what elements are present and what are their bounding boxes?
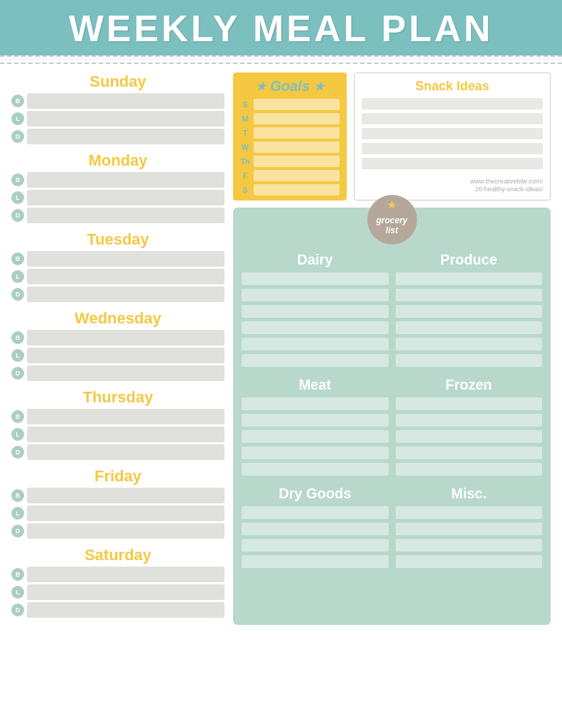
- snack-line: [362, 98, 543, 109]
- meal-rows-monday: BLD: [11, 172, 225, 223]
- meal-row: D: [11, 444, 225, 460]
- meal-rows-wednesday: BLD: [11, 330, 225, 381]
- goals-day-letter: S: [240, 186, 250, 194]
- grocery-dairy: Dairy: [242, 252, 389, 367]
- meal-input-line[interactable]: [27, 208, 225, 223]
- meal-rows-sunday: BLD: [11, 93, 225, 144]
- frozen-title: Frozen: [396, 377, 543, 393]
- meal-input-line[interactable]: [27, 488, 225, 503]
- day-section-thursday: ThursdayBLD: [11, 388, 225, 460]
- day-title-sunday: Sunday: [11, 73, 225, 91]
- goals-day-letter: T: [240, 129, 250, 137]
- day-section-tuesday: TuesdayBLD: [11, 230, 225, 302]
- meal-badge: D: [11, 604, 24, 616]
- meal-rows-saturday: BLD: [11, 567, 225, 618]
- snack-line: [362, 113, 543, 124]
- meal-row: D: [11, 523, 225, 539]
- meal-badge: B: [11, 95, 24, 107]
- meal-badge: L: [11, 191, 24, 204]
- meat-title: Meat: [242, 377, 389, 393]
- meal-badge: L: [11, 349, 24, 362]
- meal-row: L: [11, 269, 225, 284]
- goals-input-line[interactable]: [254, 99, 340, 110]
- goals-day-letter: F: [240, 171, 250, 180]
- snack-line: [362, 128, 543, 139]
- goals-row: M: [240, 113, 340, 124]
- meal-input-line[interactable]: [27, 444, 225, 460]
- goals-row: Th: [240, 156, 340, 167]
- days-column: SundayBLDMondayBLDTuesdayBLDWednesdayBLD…: [11, 73, 225, 625]
- meal-input-line[interactable]: [27, 523, 225, 539]
- meal-row: B: [11, 409, 225, 424]
- meal-row: D: [11, 208, 225, 223]
- star-icon-right: ★: [314, 80, 324, 93]
- grocery-misc: Misc.: [396, 486, 543, 568]
- snack-box: Snack Ideas www.thecreativebite.com/ 20-…: [354, 73, 551, 200]
- goals-label: Goals: [270, 78, 310, 95]
- goals-input-line[interactable]: [254, 141, 340, 153]
- meal-input-line[interactable]: [27, 269, 225, 284]
- meal-input-line[interactable]: [27, 330, 225, 346]
- drygoods-lines: [242, 506, 389, 568]
- meal-input-line[interactable]: [27, 172, 225, 188]
- snack-url: www.thecreativebite.com/ 20-healthy-snac…: [362, 178, 543, 194]
- meal-row: D: [11, 602, 225, 618]
- goals-input-line[interactable]: [254, 156, 340, 167]
- meal-badge: D: [11, 525, 24, 537]
- meal-row: L: [11, 427, 225, 442]
- meal-input-line[interactable]: [27, 584, 225, 600]
- meal-row: B: [11, 172, 225, 188]
- meal-input-line[interactable]: [27, 111, 225, 127]
- meal-input-line[interactable]: [27, 505, 225, 521]
- meal-input-line[interactable]: [27, 409, 225, 424]
- goals-input-line[interactable]: [254, 127, 340, 139]
- goals-input-line[interactable]: [254, 113, 340, 124]
- day-section-monday: MondayBLD: [11, 151, 225, 223]
- meal-badge: D: [11, 367, 24, 380]
- meal-input-line[interactable]: [27, 365, 225, 381]
- grocery-header: ★ grocery list: [242, 195, 542, 245]
- meal-input-line[interactable]: [27, 251, 225, 267]
- misc-lines: [396, 506, 543, 568]
- meal-badge: D: [11, 209, 24, 222]
- meal-badge: L: [11, 586, 24, 599]
- meal-input-line[interactable]: [27, 190, 225, 205]
- grocery-mid-grid: Meat Frozen: [242, 377, 542, 476]
- meal-row: B: [11, 251, 225, 267]
- snack-url-line1: www.thecreativebite.com/: [470, 178, 543, 185]
- top-right-section: ★ Goals ★ SMTWThFS Snack Ideas: [233, 73, 551, 200]
- meal-badge: L: [11, 270, 24, 283]
- dairy-title: Dairy: [242, 252, 389, 268]
- misc-title: Misc.: [396, 486, 543, 502]
- meal-input-line[interactable]: [27, 348, 225, 363]
- snack-url-line2: 20-healthy-snack-ideas/: [475, 186, 543, 193]
- meal-row: L: [11, 190, 225, 205]
- meal-input-line[interactable]: [27, 93, 225, 109]
- goals-input-line[interactable]: [254, 170, 340, 181]
- meal-row: L: [11, 584, 225, 600]
- grocery-badge-text: grocery list: [376, 215, 407, 236]
- day-title-tuesday: Tuesday: [11, 230, 225, 249]
- meal-badge: B: [11, 173, 24, 186]
- day-title-wednesday: Wednesday: [11, 309, 225, 328]
- meal-badge: L: [11, 507, 24, 520]
- goals-row: S: [240, 99, 340, 110]
- goals-row: T: [240, 127, 340, 139]
- meal-input-line[interactable]: [27, 602, 225, 618]
- grocery-bottom-grid: Dry Goods Misc.: [242, 486, 542, 568]
- grocery-star-icon: ★: [387, 199, 396, 211]
- meal-row: D: [11, 287, 225, 302]
- meal-input-line[interactable]: [27, 427, 225, 442]
- frozen-lines: [396, 397, 543, 476]
- meal-row: D: [11, 365, 225, 381]
- meal-input-line[interactable]: [27, 567, 225, 582]
- goals-input-line[interactable]: [254, 184, 340, 196]
- goals-title: ★ Goals ★: [240, 78, 340, 95]
- meal-input-line[interactable]: [27, 129, 225, 144]
- meal-row: D: [11, 129, 225, 144]
- meal-input-line[interactable]: [27, 287, 225, 302]
- page-title: WEEKLY MEAL PLAN: [0, 7, 562, 50]
- meal-rows-friday: BLD: [11, 488, 225, 539]
- main-content: SundayBLDMondayBLDTuesdayBLDWednesdayBLD…: [0, 64, 562, 633]
- meal-badge: B: [11, 568, 24, 581]
